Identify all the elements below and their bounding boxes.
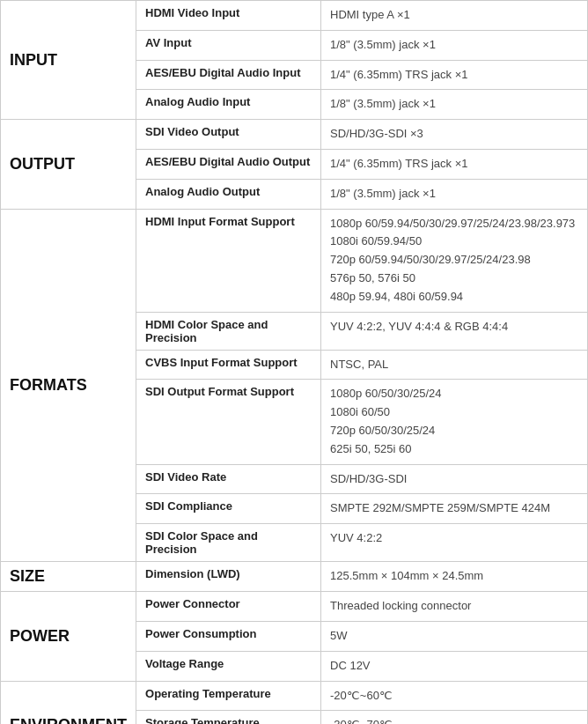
row-label: SDI Compliance bbox=[136, 494, 321, 524]
row-value: -30℃~70℃ bbox=[321, 711, 588, 724]
value-line: 625i 50, 525i 60 bbox=[330, 440, 578, 459]
row-label: Dimension (LWD) bbox=[136, 562, 321, 592]
value-line: 1/4" (6.35mm) TRS jack ×1 bbox=[330, 155, 578, 174]
value-line: SD/HD/3G-SDI ×3 bbox=[330, 125, 578, 144]
value-line: 720p 60/59.94/50/30/29.97/25/24/23.98 bbox=[330, 251, 578, 270]
value-line: 480p 59.94, 480i 60/59.94 bbox=[330, 288, 578, 307]
row-value: 1/4" (6.35mm) TRS jack ×1 bbox=[321, 60, 588, 90]
value-line: 1080i 60/59.94/50 bbox=[330, 233, 578, 251]
row-label: AV Input bbox=[136, 30, 321, 60]
row-label: HDMI Input Format Support bbox=[136, 209, 321, 312]
value-line: 1/4" (6.35mm) TRS jack ×1 bbox=[330, 66, 578, 85]
value-line: 125.5mm × 104mm × 24.5mm bbox=[330, 567, 578, 586]
value-line: 5W bbox=[330, 627, 578, 646]
row-value: Threaded locking connector bbox=[321, 592, 588, 622]
row-value: 1/8" (3.5mm) jack ×1 bbox=[321, 30, 588, 60]
value-line: YUV 4:2:2, YUV 4:4:4 & RGB 4:4:4 bbox=[330, 318, 578, 336]
value-line: -30℃~70℃ bbox=[330, 716, 578, 724]
row-value: YUV 4:2:2 bbox=[321, 524, 588, 562]
value-line: SD/HD/3G-SDI bbox=[330, 470, 578, 489]
value-line: DC 12V bbox=[330, 657, 578, 676]
row-label: Power Consumption bbox=[136, 621, 321, 651]
row-label: CVBS Input Format Support bbox=[136, 350, 321, 380]
row-value: 1/4" (6.35mm) TRS jack ×1 bbox=[321, 149, 588, 179]
specs-table: INPUTHDMI Video InputHDMI type A ×1AV In… bbox=[0, 0, 588, 724]
row-label: Voltage Range bbox=[136, 651, 321, 681]
value-line: 1080p 60/59.94/50/30/29.97/25/24/23.98/2… bbox=[330, 215, 578, 233]
section-label-power: POWER bbox=[1, 592, 136, 681]
row-label: AES/EBU Digital Audio Input bbox=[136, 60, 321, 90]
row-value: -20℃~60℃ bbox=[321, 681, 588, 711]
row-value: 5W bbox=[321, 621, 588, 651]
row-label: Storage Temperature bbox=[136, 711, 321, 724]
row-value: 1080p 60/59.94/50/30/29.97/25/24/23.98/2… bbox=[321, 209, 588, 312]
value-line: 1080p 60/50/30/25/24 bbox=[330, 385, 578, 403]
section-label-input: INPUT bbox=[1, 1, 136, 120]
section-label-output: OUTPUT bbox=[1, 120, 136, 209]
row-value: SMPTE 292M/SMPTE 259M/SMPTE 424M bbox=[321, 494, 588, 524]
value-line: YUV 4:2:2 bbox=[330, 529, 578, 548]
row-label: HDMI Video Input bbox=[136, 1, 321, 31]
section-label-size: SIZE bbox=[1, 562, 136, 592]
section-label-environment: ENVIRONMENT bbox=[1, 681, 136, 724]
row-value: SD/HD/3G-SDI bbox=[321, 464, 588, 494]
section-label-formats: FORMATS bbox=[1, 209, 136, 562]
row-value: DC 12V bbox=[321, 651, 588, 681]
row-label: Operating Temperature bbox=[136, 681, 321, 711]
row-label: SDI Color Space and Precision bbox=[136, 524, 321, 562]
row-value: 125.5mm × 104mm × 24.5mm bbox=[321, 562, 588, 592]
value-line: HDMI type A ×1 bbox=[330, 6, 578, 25]
value-line: NTSC, PAL bbox=[330, 356, 578, 374]
row-value: SD/HD/3G-SDI ×3 bbox=[321, 120, 588, 150]
row-value: YUV 4:2:2, YUV 4:4:4 & RGB 4:4:4 bbox=[321, 312, 588, 350]
row-value: 1/8" (3.5mm) jack ×1 bbox=[321, 179, 588, 209]
row-label: AES/EBU Digital Audio Output bbox=[136, 149, 321, 179]
row-value: NTSC, PAL bbox=[321, 350, 588, 380]
row-label: Power Connector bbox=[136, 592, 321, 622]
row-label: Analog Audio Output bbox=[136, 179, 321, 209]
row-label: Analog Audio Input bbox=[136, 90, 321, 120]
value-line: -20℃~60℃ bbox=[330, 687, 578, 706]
row-value: 1/8" (3.5mm) jack ×1 bbox=[321, 90, 588, 120]
value-line: Threaded locking connector bbox=[330, 597, 578, 616]
row-label: HDMI Color Space and Precision bbox=[136, 312, 321, 350]
value-line: 1/8" (3.5mm) jack ×1 bbox=[330, 95, 578, 114]
value-line: 1080i 60/50 bbox=[330, 403, 578, 422]
row-label: SDI Video Output bbox=[136, 120, 321, 150]
row-value: 1080p 60/50/30/25/241080i 60/50720p 60/5… bbox=[321, 380, 588, 464]
row-label: SDI Video Rate bbox=[136, 464, 321, 494]
row-label: SDI Output Format Support bbox=[136, 380, 321, 464]
value-line: SMPTE 292M/SMPTE 259M/SMPTE 424M bbox=[330, 499, 578, 518]
value-line: 1/8" (3.5mm) jack ×1 bbox=[330, 185, 578, 203]
value-line: 720p 60/50/30/25/24 bbox=[330, 422, 578, 440]
row-value: HDMI type A ×1 bbox=[321, 1, 588, 31]
value-line: 576p 50, 576i 50 bbox=[330, 270, 578, 288]
value-line: 1/8" (3.5mm) jack ×1 bbox=[330, 36, 578, 55]
